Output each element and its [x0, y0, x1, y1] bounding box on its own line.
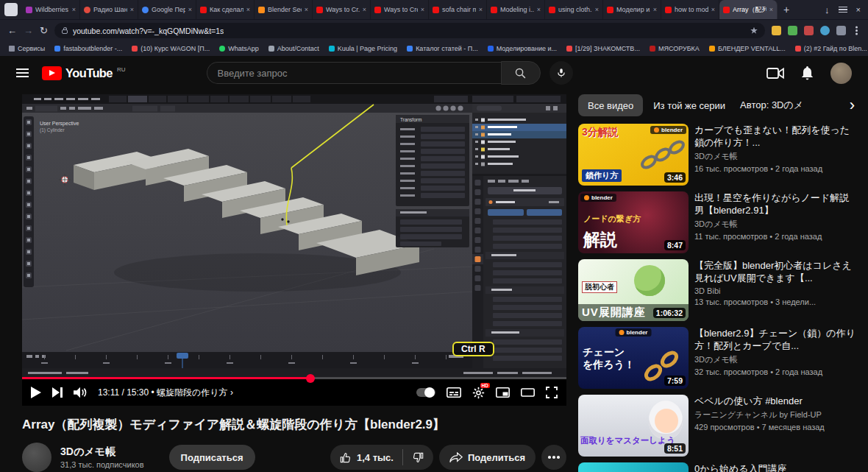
bookmark[interactable]: [1/29] ЗНАКОМСТВ...: [566, 45, 640, 52]
browser-tab[interactable]: Modeling i...×: [487, 0, 545, 19]
tab-close-icon[interactable]: ×: [421, 6, 424, 13]
browser-tab[interactable]: Blender Sec...×: [255, 0, 313, 19]
chip-all-videos[interactable]: Все видео: [578, 94, 643, 116]
volume-button[interactable]: [74, 387, 87, 398]
related-video[interactable]: 脱初心者 UV展開講座 1:06:32 【完全版】blender初心者はコレさえ…: [578, 259, 858, 321]
extension-icon[interactable]: [804, 26, 814, 35]
bookmark[interactable]: Kuula | Page Pricing: [329, 45, 397, 52]
video-thumbnail[interactable]: 脱初心者 UV展開講座 1:06:32: [578, 259, 689, 321]
bookmark[interactable]: Моделирование и...: [488, 45, 557, 52]
autoplay-toggle[interactable]: [416, 388, 435, 397]
bookmark[interactable]: МЯСОРУБКА: [650, 45, 700, 52]
bookmark[interactable]: WhatsApp: [219, 45, 259, 52]
miniplayer-button[interactable]: [496, 387, 510, 398]
browser-tab[interactable]: Ways to Cr...×: [313, 0, 371, 19]
related-video[interactable]: 3分解説 鎖作り方 blender 3:46 カーブでも歪まない！配列を使った鎖…: [578, 124, 858, 186]
window-close-icon[interactable]: ×: [856, 5, 861, 14]
url-box[interactable]: youtube.com/watch?v=-_kqGQMDiNw&t=1s: [54, 23, 765, 38]
create-video-icon[interactable]: [766, 67, 784, 80]
related-video[interactable]: 0から始める入門講座: [578, 462, 858, 472]
chips-scroll-right-icon[interactable]: ›: [847, 97, 858, 113]
tab-close-icon[interactable]: ×: [537, 6, 541, 13]
channel-avatar[interactable]: [22, 443, 51, 472]
related-channel[interactable]: 3D Bibi: [694, 286, 858, 295]
play-button[interactable]: [31, 387, 41, 398]
share-button[interactable]: Поделиться: [439, 445, 536, 470]
browser-tab[interactable]: Как сделал...×: [196, 0, 255, 19]
forward-icon[interactable]: →: [24, 26, 33, 35]
tab-close-icon[interactable]: ×: [653, 6, 657, 13]
bookmark-star-icon[interactable]: [750, 27, 758, 35]
chapter-title[interactable]: • 螺旋階段の作り方 ›: [152, 387, 233, 398]
browser-tab-active[interactable]: Array（配列...×: [719, 0, 778, 19]
more-actions-button[interactable]: [541, 445, 566, 470]
next-button[interactable]: [52, 387, 63, 398]
bookmark[interactable]: Сервисы: [9, 45, 45, 52]
tab-close-icon[interactable]: ×: [246, 6, 250, 13]
tab-close-icon[interactable]: ×: [769, 6, 773, 13]
bookmark[interactable]: (10) Курс WAGON [П...: [132, 45, 210, 52]
browser-tab[interactable]: Ways to Cre...×: [371, 0, 429, 19]
tab-close-icon[interactable]: ×: [130, 6, 134, 13]
back-icon[interactable]: ←: [7, 26, 17, 35]
tab-close-icon[interactable]: ×: [188, 6, 192, 13]
tab-close-icon[interactable]: ×: [595, 6, 599, 13]
related-channel[interactable]: 3Dのメモ帳: [694, 354, 858, 365]
chip-author[interactable]: Автор: 3Dのメ: [736, 94, 808, 116]
tab-close-icon[interactable]: ×: [363, 6, 366, 13]
related-video[interactable]: blender チェーン を作ろう！ 7:59 【blender2.9】チェーン…: [578, 327, 858, 389]
related-video[interactable]: blender ノードの繋ぎ方 解説 8:47 出現！星空を作りながらノード解説…: [578, 191, 858, 253]
refresh-icon[interactable]: ↻: [40, 26, 48, 35]
video-thumbnail[interactable]: blender ノードの繋ぎ方 解説 8:47: [578, 191, 689, 253]
notifications-bell-icon[interactable]: [800, 66, 814, 81]
theater-mode-button[interactable]: [521, 387, 535, 398]
related-channel[interactable]: 3Dのメモ帳: [694, 151, 858, 162]
chip-same-series[interactable]: Из той же серии: [649, 94, 730, 116]
browser-panels-icon[interactable]: [839, 7, 847, 13]
video-player[interactable]: User Perspective (1) Cylinder: [22, 94, 566, 406]
bookmark[interactable]: About/Contact: [268, 45, 319, 52]
related-title[interactable]: 出現！星空を作りながらノード解説男【blender2.91】: [694, 191, 858, 216]
subtitles-button[interactable]: [447, 387, 461, 398]
related-video[interactable]: 面取りをマスターしよう 8:51 ベベルの使い方 #blender ラーニングチ…: [578, 395, 858, 457]
dislike-button[interactable]: [403, 445, 433, 470]
search-button[interactable]: [501, 61, 541, 85]
related-title[interactable]: 【完全版】blender初心者はコレさえ見ればUV展開できます【...: [694, 259, 858, 284]
search-input[interactable]: [207, 62, 501, 84]
downloads-icon[interactable]: ↓: [825, 5, 830, 15]
related-title[interactable]: 【blender2.9】チェーン（鎖）の作り方！配列とカーブで自...: [694, 327, 858, 352]
like-button[interactable]: 1,4 тыс.: [330, 445, 402, 470]
browser-tab[interactable]: how to mod...×: [661, 0, 719, 19]
bookmark[interactable]: (2) #2 Гайд по Blen...: [795, 45, 867, 52]
browser-tab[interactable]: using cloth...×: [545, 0, 603, 19]
channel-name[interactable]: 3Dのメモ帳: [60, 445, 144, 459]
extension-icon[interactable]: [836, 26, 846, 35]
browser-tab[interactable]: Радио Шан...×: [80, 0, 138, 19]
user-avatar[interactable]: [830, 63, 852, 84]
related-channel[interactable]: ラーニングチャンネル by Field-UP: [694, 409, 825, 420]
extension-icon[interactable]: [772, 26, 781, 35]
menu-hamburger-icon[interactable]: [16, 68, 29, 77]
related-channel[interactable]: 3Dのメモ帳: [694, 219, 858, 230]
url-text[interactable]: youtube.com/watch?v=-_kqGQMDiNw&t=1s: [73, 27, 224, 35]
tab-close-icon[interactable]: ×: [72, 6, 76, 13]
extension-icon[interactable]: [788, 26, 797, 35]
mic-button[interactable]: [549, 61, 573, 85]
bookmark[interactable]: fastaboutblender -...: [54, 45, 122, 52]
browser-tab[interactable]: Wildberries×: [22, 0, 80, 19]
browser-tab[interactable]: sofa chair m...×: [429, 0, 487, 19]
browser-menu-icon[interactable]: [855, 29, 858, 32]
related-title[interactable]: 0から始める入門講座: [694, 462, 786, 472]
bookmark[interactable]: Каталог статей - П...: [407, 45, 478, 52]
tab-close-icon[interactable]: ×: [711, 6, 715, 13]
browser-tab[interactable]: Моделир и...×: [603, 0, 661, 19]
bookmark[interactable]: БЛЕНДЕР VENTALL...: [709, 45, 786, 52]
pinned-tab-icon[interactable]: [4, 3, 18, 16]
fullscreen-button[interactable]: [546, 387, 558, 398]
video-thumbnail[interactable]: [578, 462, 689, 472]
video-thumbnail[interactable]: blender チェーン を作ろう！ 7:59: [578, 327, 689, 389]
subscribe-button[interactable]: Подписаться: [169, 445, 255, 470]
browser-tab[interactable]: Google Пер...×: [138, 0, 196, 19]
settings-button[interactable]: HD: [472, 387, 485, 399]
extension-icon[interactable]: [820, 26, 830, 35]
